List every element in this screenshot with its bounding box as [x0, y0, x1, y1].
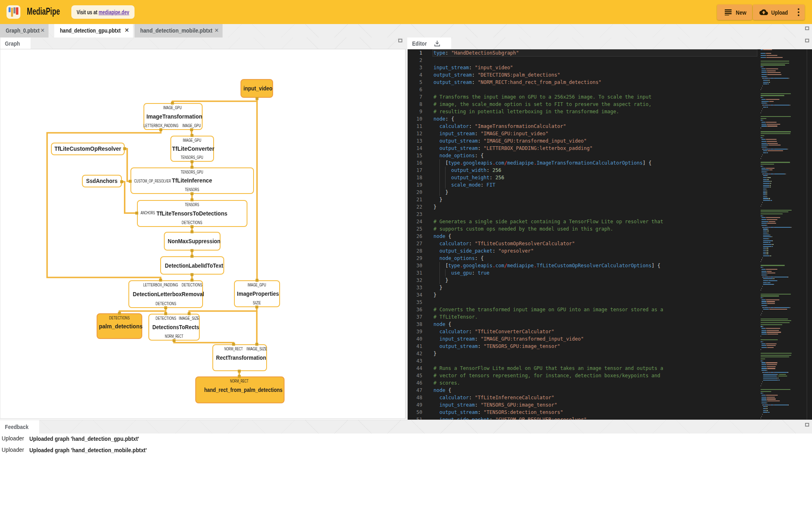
code-line[interactable]: 18 output_height: 256 [408, 174, 812, 181]
file-tab-graph0[interactable]: Graph_0.pbtxt ✕ [0, 24, 49, 37]
code-line[interactable]: 43 [408, 357, 812, 365]
code-line[interactable]: 27 calculator: "TfLiteCustomOpResolverCa… [408, 240, 812, 247]
line-number: 12 [408, 130, 422, 137]
code-line[interactable]: 1type: "HandDetectionSubgraph" [408, 49, 812, 57]
graph-node-palm_detections[interactable]: palm_detectionsDETECTIONS [97, 313, 142, 339]
close-tab-icon[interactable]: ✕ [40, 27, 45, 33]
graph-node-DetectionsToRects[interactable]: DetectionsToRectsDETECTIONSIMAGE_SIZENOR… [148, 314, 200, 341]
file-tab-strip: Graph_0.pbtxt ✕ hand_detection_gpu.pbtxt… [0, 24, 812, 37]
code-line[interactable]: 15 node_options: { [408, 152, 812, 159]
feedback-panel-tab[interactable]: Feedback [0, 420, 39, 433]
close-tab-icon[interactable]: ✕ [124, 27, 129, 33]
code-line[interactable]: 10node: { [408, 115, 812, 123]
code-line[interactable]: 40 input_stream: "IMAGE_GPU:transformed_… [408, 335, 812, 343]
code-line[interactable]: 48 calculator: "TfLiteInferenceCalculato… [408, 394, 812, 401]
code-line[interactable]: 14 output_stream: "LETTERBOX_PADDING:let… [408, 145, 812, 152]
code-line[interactable]: 45# vector of tensors representing, for … [408, 372, 812, 379]
new-button[interactable]: New [717, 4, 752, 20]
code-line[interactable]: 37# TfLiteTensor. [408, 313, 812, 321]
code-line[interactable]: 17 output_width: 256 [408, 167, 812, 174]
code-line[interactable]: 44# Runs a TensorFlow Lite model on GPU … [408, 365, 812, 372]
code-line[interactable]: 39 calculator: "TfLiteConverterCalculato… [408, 328, 812, 335]
graph-node-title: hand_rect_from_palm_detections [196, 387, 284, 393]
code-line[interactable]: 33 } [408, 284, 812, 291]
code-line[interactable]: 2 [408, 57, 812, 64]
code-line[interactable]: 6 [408, 86, 812, 93]
code-line[interactable]: 13 output_stream: "IMAGE_GPU:transformed… [408, 137, 812, 145]
code-line[interactable]: 21 } [408, 196, 812, 203]
code-line[interactable]: 34} [408, 291, 812, 299]
code-text: node: { [434, 115, 455, 123]
code-line[interactable]: 8# image, the scale_mode option is set t… [408, 101, 812, 108]
maximize-editor-icon[interactable] [805, 39, 809, 42]
graph-node-SsdAnchors[interactable]: SsdAnchors [82, 175, 122, 187]
code-line[interactable]: 20 } [408, 189, 812, 196]
code-line[interactable]: 19 scale_mode: FIT [408, 181, 812, 189]
code-line[interactable]: 4output_stream: "DETECTIONS:palm_detecti… [408, 71, 812, 79]
code-line[interactable]: 35 [408, 299, 812, 306]
code-text: # vector of tensors representing, for in… [434, 372, 660, 379]
line-number: 40 [408, 335, 422, 343]
code-line[interactable]: 9# resulting in potential letterboxing i… [408, 108, 812, 115]
download-icon[interactable] [433, 40, 441, 47]
graph-node-TfLiteInference[interactable]: TfLiteInferenceTENSORS_GPUTENSORSCUSTOM_… [130, 167, 254, 194]
maximize-tabs-icon[interactable] [805, 26, 809, 30]
code-line[interactable]: 26node { [408, 233, 812, 240]
line-number: 28 [408, 247, 422, 255]
maximize-feedback-icon[interactable] [805, 423, 809, 427]
graph-node-TfLiteConverter[interactable]: TfLiteConverterIMAGE_GPUTENSORS_GPU [170, 136, 214, 162]
code-line[interactable]: 3input_stream: "input_video" [408, 64, 812, 71]
code-line[interactable]: 36# Converts the transformed input image… [408, 306, 812, 313]
graph-node-hand_rect_from_palm_detections[interactable]: hand_rect_from_palm_detectionsNORM_RECT [195, 376, 285, 403]
code-line[interactable]: 51 input_side_packet: "CUSTOM_OP_RESOLVE… [408, 416, 812, 420]
code-text: # Generates a single side packet contain… [434, 218, 664, 225]
code-line[interactable]: 46# scores. [408, 379, 812, 387]
code-line[interactable]: 29 node_options: { [408, 255, 812, 262]
upload-button[interactable]: Upload [753, 4, 805, 20]
graph-node-title: SsdAnchors [83, 178, 121, 184]
graph-node-ImageTransformation[interactable]: ImageTransformationIMAGE_GPULETTERBOX_PA… [143, 103, 203, 130]
graph-node-DetectionLetterboxRemoval[interactable]: DetectionLetterboxRemovalLETTERBOX_PADDI… [128, 280, 203, 308]
code-line[interactable]: 49 input_stream: "TENSORS_GPU:image_tens… [408, 401, 812, 409]
code-line[interactable]: 7# Transforms the input image on GPU to … [408, 93, 812, 101]
close-tab-icon[interactable]: ✕ [214, 27, 219, 33]
graph-node-TfLiteTensorsToDetections[interactable]: TfLiteTensorsToDetectionsTENSORSDETECTIO… [137, 200, 248, 227]
code-line[interactable]: 50 output_stream: "TENSORS:detection_ten… [408, 409, 812, 416]
code-line[interactable]: 16 [type.googleapis.com/mediapipe.ImageT… [408, 159, 812, 167]
code-line[interactable]: 42} [408, 350, 812, 357]
code-line[interactable]: 32 } [408, 277, 812, 284]
code-line[interactable]: 28 output_side_packet: "opresolver" [408, 247, 812, 255]
code-editor[interactable]: 1type: "HandDetectionSubgraph"23input_st… [408, 49, 812, 420]
code-line[interactable]: 23 [408, 211, 812, 218]
maximize-graph-icon[interactable] [398, 39, 402, 42]
code-line[interactable]: 11 calculator: "ImageTransformationCalcu… [408, 123, 812, 130]
line-number: 48 [408, 394, 422, 401]
graph-node-DetectionLabelIdToText[interactable]: DetectionLabelIdToText [160, 256, 224, 275]
graph-node-RectTransformation[interactable]: RectTransformationNORM_RECTIMAGE_SIZE [212, 344, 267, 371]
code-line[interactable]: 22} [408, 203, 812, 211]
graph-node-input_video[interactable]: input_video [241, 79, 273, 98]
graph-node-TfLiteCustomOpResolver[interactable]: TfLiteCustomOpResolver [51, 143, 125, 155]
code-line[interactable]: 47node { [408, 387, 812, 394]
minimap[interactable] [759, 49, 807, 420]
kebab-menu-icon[interactable] [798, 8, 799, 16]
file-tab-hand-detection-gpu[interactable]: hand_detection_gpu.pbtxt ✕ [54, 24, 133, 37]
graph-node-NonMaxSuppression[interactable]: NonMaxSuppression [164, 232, 221, 251]
code-line[interactable]: 41 output_stream: "TENSORS_GPU:image_ten… [408, 343, 812, 350]
code-line[interactable]: 5output_stream: "NORM_RECT:hand_rect_fro… [408, 79, 812, 86]
code-line[interactable]: 38node { [408, 321, 812, 328]
graph-node-title: DetectionLabelIdToText [161, 262, 223, 269]
editor-panel-tab[interactable]: Editor [407, 37, 451, 49]
graph-panel-tab[interactable]: Graph [0, 37, 31, 49]
code-line[interactable]: 31 use_gpu: true [408, 269, 812, 277]
mediapipe-dev-link[interactable]: mediapipe.dev [99, 9, 129, 15]
graph-canvas[interactable]: input_videoImageTransformationIMAGE_GPUL… [0, 49, 406, 419]
graph-node-ImageProperties[interactable]: ImagePropertiesIMAGE_GPUSIZE [234, 280, 280, 307]
line-number: 49 [408, 401, 422, 409]
code-line[interactable]: 25# supports custom ops needed by the mo… [408, 225, 812, 233]
code-line[interactable]: 30 [type.googleapis.com/mediapipe.TfLite… [408, 262, 812, 269]
code-text: # resulting in potential letterboxing in… [434, 108, 619, 115]
code-line[interactable]: 12 input_stream: "IMAGE_GPU:input_video" [408, 130, 812, 137]
file-tab-hand-detection-mobile[interactable]: hand_detection_mobile.pbtxt ✕ [135, 24, 223, 37]
code-line[interactable]: 24# Generates a single side packet conta… [408, 218, 812, 225]
